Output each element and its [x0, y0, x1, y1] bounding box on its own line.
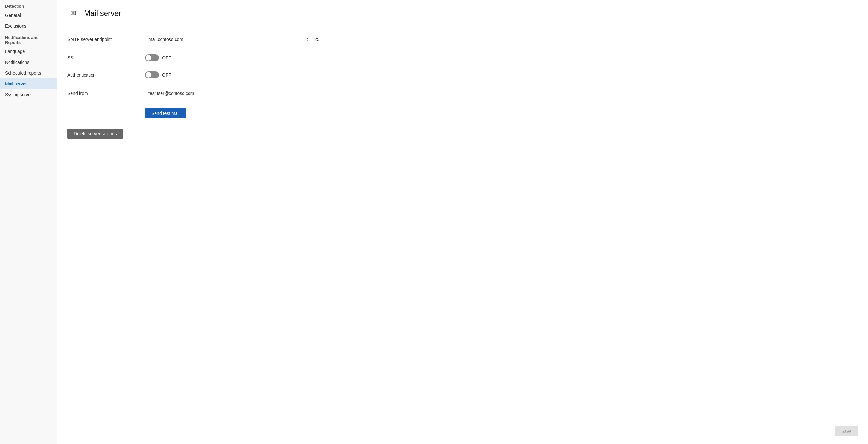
sidebar-item-syslog-server[interactable]: Syslog server — [0, 89, 57, 100]
authentication-label: Authentication — [67, 72, 137, 77]
sidebar-item-mail-server[interactable]: Mail server — [0, 78, 57, 89]
authentication-row: Authentication OFF — [67, 71, 333, 78]
sidebar: Detection General Exclusions Notificatio… — [0, 0, 57, 444]
delete-row: Delete server settings — [67, 129, 333, 139]
authentication-slider — [145, 71, 159, 78]
detection-section-header: Detection — [0, 0, 57, 10]
page-header: ✉ Mail server — [57, 0, 868, 25]
sidebar-item-exclusions[interactable]: Exclusions — [0, 21, 57, 31]
save-button-container: Save — [835, 426, 858, 436]
send-from-label: Send from — [67, 91, 137, 96]
ssl-status: OFF — [162, 55, 171, 60]
sidebar-item-scheduled-reports[interactable]: Scheduled reports — [0, 68, 57, 78]
ssl-slider — [145, 54, 159, 61]
send-from-row: Send from — [67, 89, 333, 98]
form-content: SMTP server endpoint : SSL OFF — [57, 25, 343, 149]
sidebar-item-language[interactable]: Language — [0, 46, 57, 57]
delete-server-settings-button[interactable]: Delete server settings — [67, 129, 123, 139]
smtp-control-group: : — [145, 35, 333, 44]
authentication-toggle[interactable] — [145, 71, 159, 78]
ssl-row: SSL OFF — [67, 54, 333, 61]
authentication-status: OFF — [162, 72, 171, 77]
send-from-input[interactable] — [145, 89, 330, 98]
ssl-toggle[interactable] — [145, 54, 159, 61]
mail-server-icon: ✉ — [67, 8, 79, 19]
send-test-row: Send test mail — [67, 108, 333, 118]
smtp-label: SMTP server endpoint — [67, 37, 137, 42]
port-colon: : — [307, 36, 308, 43]
smtp-port-input[interactable] — [311, 35, 333, 44]
notifications-section-header: Notifications and Reports — [0, 31, 57, 46]
send-test-mail-button[interactable]: Send test mail — [145, 108, 186, 118]
smtp-row: SMTP server endpoint : — [67, 35, 333, 44]
ssl-toggle-container: OFF — [145, 54, 171, 61]
main-content: ✉ Mail server SMTP server endpoint : SSL — [57, 0, 868, 444]
smtp-host-input[interactable] — [145, 35, 304, 44]
app-container: Detection General Exclusions Notificatio… — [0, 0, 868, 444]
save-button[interactable]: Save — [835, 426, 858, 436]
sidebar-item-notifications[interactable]: Notifications — [0, 57, 57, 68]
ssl-label: SSL — [67, 55, 137, 60]
page-title: Mail server — [84, 9, 121, 18]
authentication-toggle-container: OFF — [145, 71, 171, 78]
sidebar-item-general[interactable]: General — [0, 10, 57, 21]
